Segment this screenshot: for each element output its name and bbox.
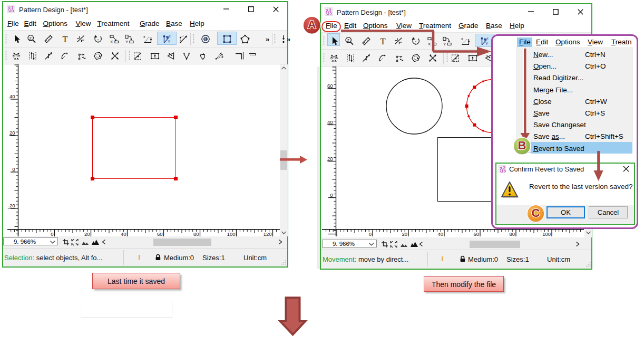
svg-text:40: 40 — [9, 93, 15, 99]
svg-text:-20: -20 — [8, 203, 15, 208]
svg-text:20: 20 — [402, 231, 407, 236]
svg-text:Y: Y — [125, 40, 129, 44]
svg-text:80: 80 — [193, 231, 199, 236]
svg-text:60: 60 — [327, 83, 333, 89]
svg-text:T: T — [62, 34, 67, 44]
svg-text:80: 80 — [509, 231, 515, 236]
svg-text:Z: Z — [30, 36, 32, 41]
svg-text:40: 40 — [121, 231, 126, 236]
svg-text:0: 0 — [369, 231, 372, 236]
svg-text:»: » — [266, 35, 269, 43]
svg-text:x: x — [169, 34, 171, 38]
svg-text:40: 40 — [437, 231, 443, 236]
svg-text:100: 100 — [227, 231, 236, 236]
svg-text:Y: Y — [168, 39, 171, 44]
svg-text:60: 60 — [157, 231, 163, 236]
svg-text:0: 0 — [330, 192, 333, 198]
svg-text:B: B — [518, 138, 526, 151]
svg-text:120: 120 — [264, 231, 272, 236]
svg-text:0: 0 — [51, 231, 53, 236]
svg-text:20: 20 — [9, 130, 15, 136]
svg-text:C: C — [531, 206, 540, 219]
svg-text:0: 0 — [12, 166, 15, 172]
svg-text:A: A — [308, 18, 316, 31]
svg-text:20: 20 — [84, 231, 90, 236]
svg-text:60: 60 — [473, 231, 479, 236]
svg-text:»: » — [287, 35, 290, 43]
svg-text:20: 20 — [327, 156, 333, 161]
svg-text:X: X — [110, 40, 113, 44]
svg-text:100: 100 — [542, 231, 551, 236]
svg-text:40: 40 — [327, 119, 333, 125]
svg-text:x: x — [143, 34, 145, 39]
